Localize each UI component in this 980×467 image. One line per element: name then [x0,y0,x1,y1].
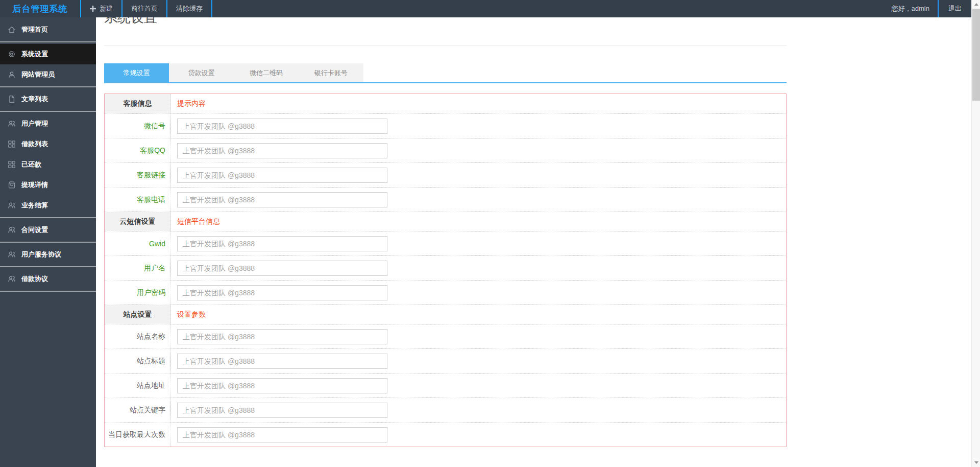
field-label: 站点关键字 [105,398,171,422]
section-hint: 设置参数 [171,305,206,324]
field-cell [171,324,786,348]
users-icon [8,275,16,283]
section-label: 站点设置 [105,305,171,324]
title-divider [104,45,787,45]
service-phone-input[interactable] [177,192,387,207]
app-logo: 后台管理系统 [0,0,80,17]
user-greeting: 您好，admin [892,0,938,17]
sidebar-item-contract-settings[interactable]: 合同设置 [0,220,96,240]
site-url-input[interactable] [177,378,387,393]
gwid-input[interactable] [177,236,387,251]
field-label: 客服链接 [105,163,171,187]
site-keywords-input[interactable] [177,403,387,418]
new-button[interactable]: 新建 [80,0,121,17]
field-cell [171,163,786,187]
sidebar-item-label: 用户服务协议 [21,250,61,259]
sidebar-group: 借款协议 [0,266,96,289]
sidebar-item-label: 已还款 [21,160,41,169]
field-label: 客服QQ [105,138,171,162]
document-icon [8,95,16,103]
home-icon [8,26,16,34]
sidebar-item-site-admin[interactable]: 网站管理员 [0,64,96,85]
form-row-site-url: 站点地址 [105,373,786,398]
field-cell [171,373,786,398]
field-label: Gwid [105,231,171,255]
form-row-site-title: 站点标题 [105,348,786,373]
grid-icon [8,160,16,169]
sidebar-group: 用户服务协议 [0,242,96,265]
settings-form: 客服信息提示内容微信号客服QQ客服链接客服电话云短信设置短信平台信息Gwid用户… [104,94,787,447]
scroll-up-icon[interactable] [972,0,980,9]
sidebar-group: 管理首页 [0,19,96,40]
scrollbar-thumb[interactable] [972,9,980,101]
field-label: 当日获取最大次数 [105,423,171,447]
sidebar-item-withdrawal-details[interactable]: 提现详情 [0,175,96,195]
plus-icon [90,6,96,12]
section-hint: 提示内容 [171,94,206,113]
topbar-button-label: 新建 [100,4,113,13]
users-icon [8,250,16,259]
wechat-id-input[interactable] [177,119,387,134]
bag-icon [8,181,16,189]
sidebar-item-user-service-agreement[interactable]: 用户服务协议 [0,244,96,265]
sidebar-item-label: 借款列表 [21,139,48,149]
field-label: 微信号 [105,114,171,138]
sidebar-item-article-list[interactable]: 文章列表 [0,89,96,109]
field-cell [171,114,786,138]
tab-general-settings[interactable]: 常规设置 [104,63,169,82]
gear-icon [8,50,16,58]
logout-button[interactable]: 退出 [939,0,971,17]
field-cell [171,138,786,162]
sidebar-item-system-settings[interactable]: 系统设置 [0,44,96,64]
grid-icon [8,140,16,148]
service-link-input[interactable] [177,168,387,183]
field-label: 站点名称 [105,324,171,348]
field-label: 站点地址 [105,373,171,398]
field-label: 站点标题 [105,349,171,373]
field-cell [171,398,786,422]
form-row-gwid: Gwid [105,231,786,255]
scrollbar[interactable] [971,0,980,467]
sidebar-item-business-settlement[interactable]: 业务结算 [0,195,96,216]
sidebar-item-label: 业务结算 [21,201,48,210]
scroll-down-icon[interactable] [972,458,980,467]
sidebar-item-user-management[interactable]: 用户管理 [0,113,96,134]
sidebar-group: 文章列表 [0,86,96,109]
form-row-sms-username: 用户名 [105,255,786,280]
main-content: 系统设置 常规设置贷款设置微信二维码银行卡账号 客服信息提示内容微信号客服QQ客… [96,0,971,447]
form-row-service-phone: 客服电话 [105,187,786,212]
field-label: 用户密码 [105,281,171,305]
tab-wechat-qrcode[interactable]: 微信二维码 [234,63,299,82]
field-cell [171,281,786,305]
section-label: 云短信设置 [105,212,171,231]
form-row-service-link: 客服链接 [105,162,786,187]
sms-username-input[interactable] [177,261,387,276]
tab-bank-card-account[interactable]: 银行卡账号 [299,63,363,82]
field-cell [171,423,786,447]
field-cell [171,188,786,212]
site-name-input[interactable] [177,329,387,344]
form-row-site-keywords: 站点关键字 [105,398,786,422]
daily-max-fetch-input[interactable] [177,427,387,442]
section-label: 客服信息 [105,94,171,113]
sidebar: 管理首页系统设置网站管理员文章列表用户管理借款列表已还款提现详情业务结算合同设置… [0,17,96,467]
service-qq-input[interactable] [177,143,387,158]
sidebar-item-label: 文章列表 [21,95,48,104]
section-row-cloud-sms-settings: 云短信设置短信平台信息 [105,212,786,231]
site-title-input[interactable] [177,354,387,369]
form-row-site-name: 站点名称 [105,324,786,348]
field-cell [171,256,786,280]
form-row-wechat-id: 微信号 [105,113,786,138]
sidebar-item-loan-list[interactable]: 借款列表 [0,134,96,154]
sidebar-item-admin-home[interactable]: 管理首页 [0,19,96,40]
clear-cache-button[interactable]: 清除缓存 [166,0,212,17]
section-row-site-settings: 站点设置设置参数 [105,305,786,324]
sidebar-item-label: 合同设置 [21,225,48,235]
tab-bar: 常规设置贷款设置微信二维码银行卡账号 [104,63,787,83]
sms-password-input[interactable] [177,285,387,300]
sidebar-item-loan-agreement[interactable]: 借款协议 [0,269,96,289]
tab-loan-settings[interactable]: 贷款设置 [169,63,234,82]
sidebar-item-repaid[interactable]: 已还款 [0,154,96,175]
form-row-service-qq: 客服QQ [105,138,786,162]
go-home-button[interactable]: 前往首页 [121,0,166,17]
